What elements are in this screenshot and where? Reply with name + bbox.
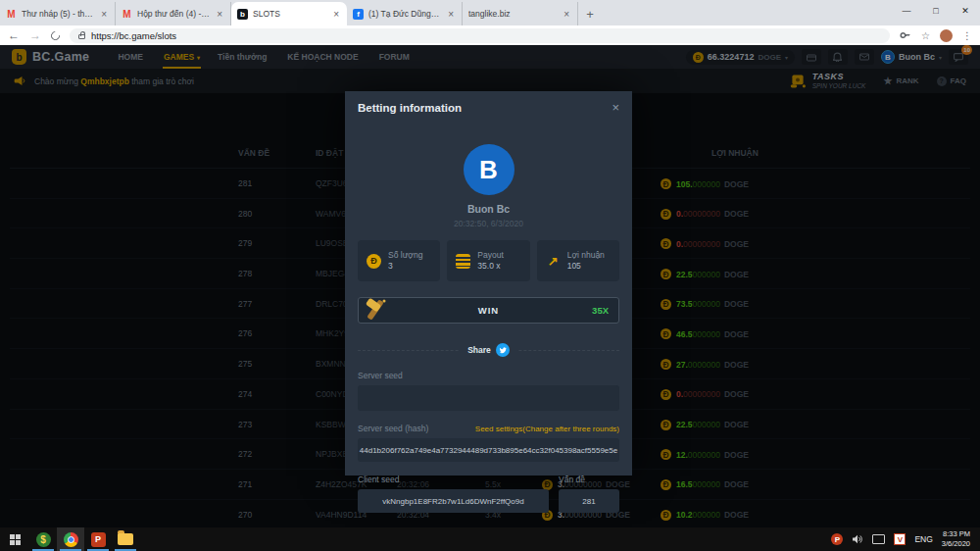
tab-favicon (122, 9, 132, 20)
key-icon[interactable] (900, 29, 911, 41)
client-seed-input[interactable]: vkNngbp1E8FR2b7w1Ld6DWnF2ffQo9d (358, 489, 549, 513)
stat-icon (546, 254, 561, 269)
browser-toolbar: ← → https://bc.game/slots ☆ ⋮ (0, 25, 980, 45)
seed-settings-link[interactable]: Seed settings(Change after three rounds) (475, 425, 619, 433)
share-label: Share (467, 345, 491, 355)
powerpoint-icon: P (91, 532, 106, 547)
share-row: Share (358, 342, 619, 358)
stat-card: Số lượng 3 (358, 240, 440, 281)
modal-title: Betting information (358, 102, 462, 114)
server-seed-hash-input[interactable]: 44d1b206f762a749e4a7732944489d733b895e64… (358, 438, 619, 462)
win-multiplier: 35X (592, 305, 609, 316)
stat-icon (456, 254, 470, 269)
browser-tab[interactable]: tanglike.biz × (463, 2, 578, 25)
server-seed-label: Server seed (358, 371, 403, 380)
back-button[interactable]: ← (8, 29, 20, 41)
url-text[interactable]: https://bc.game/slots (91, 30, 176, 41)
server-seed-hash-label-row: Server seed (hash) Seed settings(Change … (358, 424, 619, 433)
tabs-container: Thư nháp (5) - thoai14071997@ × Hộp thư … (0, 2, 578, 25)
tab-close-icon[interactable]: × (215, 9, 224, 20)
clock[interactable]: 8:33 PM 3/6/2020 (942, 529, 970, 549)
share-button[interactable]: Share (460, 343, 517, 357)
server-seed-input[interactable] (358, 385, 619, 411)
betting-information-modal: Betting information × B Buon Bc 20:32:50… (345, 91, 632, 476)
reload-button[interactable] (49, 29, 62, 42)
bet-datetime: 20:32:50, 6/3/2020 (345, 219, 632, 228)
window-close-button[interactable]: ✕ (951, 0, 980, 22)
forward-button[interactable]: → (29, 29, 41, 41)
issue-input[interactable]: 281 (559, 489, 619, 513)
issue-label-row: Vấn đề (559, 475, 619, 484)
window-maximize-button[interactable]: □ (921, 0, 951, 22)
start-button[interactable] (0, 527, 29, 551)
tray-app-icon[interactable]: P (831, 533, 843, 545)
stat-card: Lợi nhuận 105 (537, 240, 619, 281)
bookmark-star-icon[interactable]: ☆ (921, 30, 930, 41)
modal-body: Số lượng 3 Payout 35.0 x (345, 240, 632, 513)
window-minimize-button[interactable]: — (892, 0, 921, 22)
address-bar[interactable]: https://bc.game/slots (70, 28, 890, 43)
tab-close-icon[interactable]: × (446, 9, 456, 20)
clock-time: 8:33 PM (943, 529, 970, 538)
issue-column: Vấn đề 281 (559, 462, 619, 513)
client-seed-column: Client seed vkNngbp1E8FR2b7w1Ld6DWnF2ffQ… (358, 462, 549, 513)
windows-taskbar: $ P P V ENG 8:33 PM 3/6/2020 (0, 527, 980, 551)
win-label: WIN (478, 305, 499, 316)
tab-favicon (6, 9, 17, 20)
seed-columns: Client seed vkNngbp1E8FR2b7w1Ld6DWnF2ffQ… (358, 462, 619, 513)
stat-value: 35.0 x (477, 261, 503, 272)
client-seed-label-row: Client seed (358, 475, 549, 484)
stat-icon (367, 254, 381, 269)
folder-icon (118, 533, 133, 545)
tab-title: SLOTS (253, 9, 326, 19)
language-indicator[interactable]: ENG (914, 534, 932, 544)
dollar-app-icon: $ (36, 532, 51, 547)
taskbar-app-powerpoint[interactable]: P (84, 527, 112, 551)
taskbar-app-explorer[interactable] (112, 527, 139, 551)
bcgame-page: b BC.Game HOME GAMES ▾ Tiền thưởng (0, 45, 980, 527)
browser-profile-avatar[interactable] (940, 29, 953, 42)
tab-title: (1) Tạ Đức Dũng - Bóng Thanh N (368, 9, 441, 19)
stat-text: Payout 35.0 x (477, 250, 503, 272)
stat-text: Lợi nhuận 105 (567, 250, 605, 272)
browser-menu-icon[interactable]: ⋮ (962, 30, 972, 41)
chrome-icon (64, 532, 78, 547)
tab-close-icon[interactable]: × (99, 9, 109, 20)
windows-icon (10, 534, 21, 545)
taskbar-app-chrome[interactable] (57, 527, 84, 551)
new-tab-button[interactable]: + (578, 2, 602, 25)
system-tray: P V ENG 8:33 PM 3/6/2020 (831, 529, 980, 549)
browser-tab-bar: Thư nháp (5) - thoai14071997@ × Hộp thư … (0, 0, 980, 25)
taskbar-app-money[interactable]: $ (29, 527, 57, 551)
browser-tab[interactable]: Thư nháp (5) - thoai14071997@ × (0, 2, 116, 25)
stat-value: 105 (567, 261, 605, 272)
browser-tab[interactable]: (1) Tạ Đức Dũng - Bóng Thanh N × (347, 2, 463, 25)
stat-value: 3 (388, 261, 422, 272)
stat-text: Số lượng 3 (388, 250, 422, 272)
close-icon[interactable]: × (612, 101, 619, 114)
hammer-icon (363, 295, 392, 325)
browser-tab[interactable]: Hộp thư đến (4) - bcgamebound × (116, 2, 231, 25)
modal-header: Betting information × (345, 91, 632, 114)
player-name: Buon Bc (345, 203, 632, 215)
window-controls: — □ ✕ (892, 0, 980, 22)
server-seed-hash-label: Server seed (hash) (358, 424, 428, 433)
twitter-icon[interactable] (496, 343, 510, 357)
browser-tab[interactable]: SLOTS × (231, 2, 347, 25)
server-seed-label-row: Server seed (358, 371, 619, 380)
tab-favicon (353, 9, 364, 20)
tab-close-icon[interactable]: × (562, 9, 571, 20)
tab-favicon (237, 9, 248, 20)
speaker-icon[interactable] (852, 534, 863, 544)
network-monitor-icon[interactable] (872, 534, 885, 544)
tab-close-icon[interactable]: × (331, 9, 341, 20)
stat-label: Số lượng (388, 250, 422, 261)
stat-card: Payout 35.0 x (447, 240, 529, 281)
tab-title: Thư nháp (5) - thoai14071997@ (22, 9, 94, 19)
tray-v-icon[interactable]: V (894, 533, 906, 545)
clock-date: 3/6/2020 (942, 539, 970, 548)
win-banner: WIN 35X (358, 297, 619, 324)
stat-label: Payout (477, 250, 503, 261)
tab-title: Hộp thư đến (4) - bcgamebound (137, 9, 210, 19)
screen: Thư nháp (5) - thoai14071997@ × Hộp thư … (0, 0, 980, 551)
